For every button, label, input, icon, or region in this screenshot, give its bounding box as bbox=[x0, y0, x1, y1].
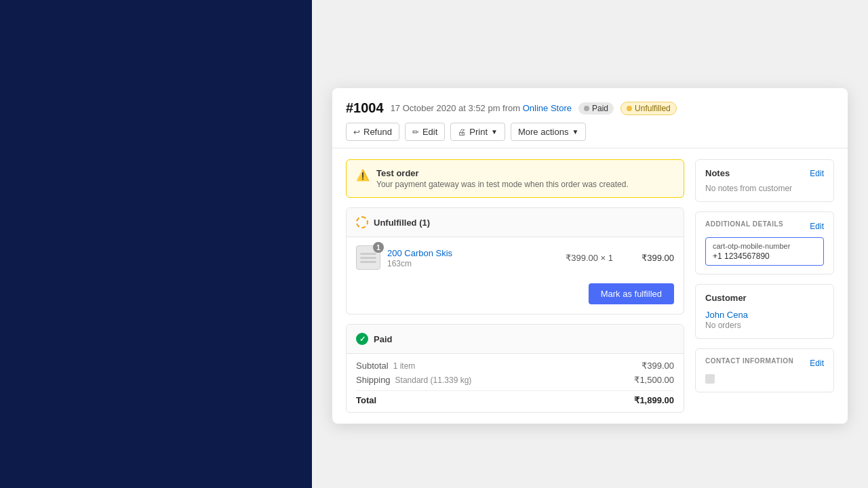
item-total-price: ₹399.00 bbox=[633, 253, 674, 263]
thumb-line-2 bbox=[360, 257, 376, 259]
payment-section: Paid Subtotal 1 item ₹399.00 S bbox=[346, 324, 684, 413]
alert-title: Test order bbox=[376, 168, 629, 178]
modal-actions: ↩ Refund ✏ Edit 🖨 Print ▼ More actions ▼ bbox=[346, 123, 834, 141]
refund-icon: ↩ bbox=[353, 127, 360, 137]
customer-card: Customer John Cena No orders bbox=[695, 284, 834, 339]
payment-rows: Subtotal 1 item ₹399.00 Shipping Standar… bbox=[347, 354, 684, 412]
total-value: ₹1,899.00 bbox=[634, 395, 674, 405]
item-thumb-lines bbox=[360, 249, 376, 266]
shipping-row: Shipping Standard (11.339 kg) ₹1,500.00 bbox=[356, 375, 674, 385]
payment-title: Paid bbox=[374, 334, 392, 344]
item-info: 200 Carbon Skis 163cm bbox=[387, 247, 559, 268]
thumb-line-3 bbox=[360, 261, 376, 263]
right-light-panel: Get Contact Number On Orders #1004 17 Oc… bbox=[312, 0, 868, 488]
contact-email-icon bbox=[705, 374, 715, 384]
order-modal: #1004 17 October 2020 at 3:52 pm from On… bbox=[332, 88, 848, 424]
shipping-value: ₹1,500.00 bbox=[634, 375, 674, 385]
print-chevron-icon: ▼ bbox=[491, 128, 498, 136]
contact-row bbox=[705, 374, 824, 384]
more-actions-button[interactable]: More actions ▼ bbox=[511, 123, 586, 141]
modal-title-row: #1004 17 October 2020 at 3:52 pm from On… bbox=[346, 100, 834, 116]
alert-icon: ⚠️ bbox=[356, 169, 370, 182]
alert-content: Test order Your payment gateway was in t… bbox=[376, 168, 629, 189]
notes-card: Notes Edit No notes from customer bbox=[695, 159, 834, 202]
unfulfilled-title: Unfulfilled (1) bbox=[374, 218, 430, 228]
subtotal-label: Subtotal 1 item bbox=[356, 361, 415, 371]
shipping-label: Shipping Standard (11.339 kg) bbox=[356, 375, 471, 385]
right-column: Notes Edit No notes from customer ADDITI… bbox=[695, 159, 834, 413]
payment-header: Paid bbox=[347, 325, 684, 354]
shipping-sub: Standard (11.339 kg) bbox=[393, 375, 471, 385]
subtotal-value: ₹399.00 bbox=[642, 361, 674, 371]
subtotal-row: Subtotal 1 item ₹399.00 bbox=[356, 361, 674, 371]
item-row: 1 200 Carbon Skis 163cm ₹399.00 × 1 bbox=[347, 237, 684, 278]
left-dark-panel bbox=[0, 0, 312, 488]
unfulfilled-badge: Unfulfilled bbox=[620, 102, 677, 115]
subtotal-items: 1 item bbox=[391, 361, 415, 371]
notes-title: Notes bbox=[705, 168, 730, 178]
modal-header: #1004 17 October 2020 at 3:52 pm from On… bbox=[332, 88, 848, 148]
notes-header: Notes Edit bbox=[705, 168, 824, 178]
contact-info-edit-link[interactable]: Edit bbox=[810, 359, 824, 368]
contact-information-card: CONTACT INFORMATION Edit bbox=[695, 348, 834, 392]
additional-details-edit-link[interactable]: Edit bbox=[810, 222, 824, 231]
alert-description: Your payment gateway was in test mode wh… bbox=[376, 180, 629, 189]
otp-field-box: cart-otp-mobile-number +1 1234567890 bbox=[705, 237, 824, 266]
item-qty-price: ₹399.00 × 1 bbox=[566, 253, 613, 263]
edit-button[interactable]: ✏ Edit bbox=[405, 123, 445, 141]
edit-icon: ✏ bbox=[412, 127, 419, 137]
total-row: Total ₹1,899.00 bbox=[356, 390, 674, 405]
modal-body: ⚠️ Test order Your payment gateway was i… bbox=[332, 148, 848, 424]
print-icon: 🖨 bbox=[458, 127, 466, 137]
unfulfilled-header: Unfulfilled (1) bbox=[347, 208, 684, 237]
paid-badge: Paid bbox=[578, 102, 614, 115]
more-actions-chevron-icon: ▼ bbox=[572, 128, 578, 136]
additional-details-card: ADDITIONAL DETAILS Edit cart-otp-mobile-… bbox=[695, 211, 834, 274]
mark-as-fulfilled-button[interactable]: Mark as fulfilled bbox=[589, 283, 674, 304]
item-thumbnail: 1 bbox=[356, 245, 380, 270]
otp-field-value: +1 1234567890 bbox=[713, 251, 816, 261]
paid-icon bbox=[356, 333, 368, 345]
unfulfilled-icon bbox=[356, 216, 368, 228]
additional-details-label: ADDITIONAL DETAILS bbox=[705, 220, 783, 228]
store-link[interactable]: Online Store bbox=[523, 103, 572, 113]
print-button[interactable]: 🖨 Print ▼ bbox=[450, 123, 505, 141]
customer-orders: No orders bbox=[705, 321, 824, 330]
contact-info-header: CONTACT INFORMATION Edit bbox=[705, 357, 824, 369]
item-name-link[interactable]: 200 Carbon Skis bbox=[387, 248, 452, 258]
notes-content: No notes from customer bbox=[705, 184, 824, 193]
customer-name-link[interactable]: John Cena bbox=[705, 310, 748, 320]
left-column: ⚠️ Test order Your payment gateway was i… bbox=[346, 159, 684, 413]
notes-edit-link[interactable]: Edit bbox=[810, 169, 824, 178]
item-count-badge: 1 bbox=[373, 242, 384, 253]
unfulfilled-section: Unfulfilled (1) 1 200 Carbon S bbox=[346, 207, 684, 314]
refund-button[interactable]: ↩ Refund bbox=[346, 123, 399, 141]
customer-title: Customer bbox=[705, 293, 747, 303]
otp-field-name: cart-otp-mobile-number bbox=[713, 242, 816, 250]
order-number: #1004 bbox=[346, 100, 384, 116]
additional-details-header: ADDITIONAL DETAILS Edit bbox=[705, 220, 824, 232]
alert-banner: ⚠️ Test order Your payment gateway was i… bbox=[346, 159, 684, 198]
total-label: Total bbox=[356, 395, 376, 405]
fulfill-button-row: Mark as fulfilled bbox=[347, 278, 684, 314]
contact-info-label: CONTACT INFORMATION bbox=[705, 357, 793, 365]
thumb-line-1 bbox=[360, 253, 376, 255]
order-meta: 17 October 2020 at 3:52 pm from Online S… bbox=[391, 103, 572, 113]
item-variant: 163cm bbox=[387, 259, 559, 268]
customer-header: Customer bbox=[705, 293, 824, 303]
